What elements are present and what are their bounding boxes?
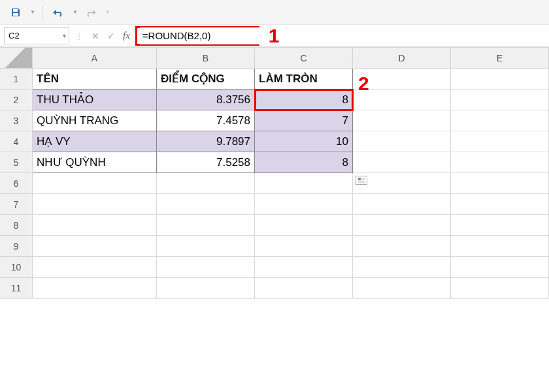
name-box[interactable]: C2	[4, 27, 69, 44]
cell-B7[interactable]	[157, 194, 255, 215]
redo-dropdown-caret[interactable]: ▼	[105, 9, 110, 15]
undo-icon	[52, 8, 64, 17]
col-head-E[interactable]: E	[451, 48, 549, 69]
cell-A8[interactable]	[33, 215, 157, 236]
cell-B9[interactable]	[157, 236, 255, 257]
row-head-11[interactable]: 11	[0, 278, 33, 299]
spreadsheet-grid: A B C D E 1 TÊN ĐIỂM CỘNG LÀM TRÒN 2 THU…	[0, 47, 549, 299]
cell-A5[interactable]: NHƯ QUỲNH	[33, 152, 157, 173]
cell-D9[interactable]	[353, 236, 451, 257]
cell-B3[interactable]: 7.4578	[157, 110, 255, 131]
undo-button[interactable]	[49, 3, 67, 22]
cell-A4[interactable]: HẠ VY	[33, 131, 157, 152]
cell-B2[interactable]: 8.3756	[157, 90, 255, 110]
cell-B6[interactable]	[157, 173, 255, 194]
cell-D6[interactable]	[353, 173, 451, 194]
cell-A2[interactable]: THU THẢO	[33, 90, 157, 110]
row-head-8[interactable]: 8	[0, 215, 33, 236]
annotation-2: 2	[358, 73, 369, 95]
cell-C5[interactable]: 8	[255, 152, 353, 173]
col-head-C[interactable]: C	[255, 48, 353, 69]
cell-E4[interactable]	[451, 131, 549, 152]
cell-E1[interactable]	[451, 69, 549, 90]
row-head-1[interactable]: 1	[0, 69, 33, 90]
cancel-icon[interactable]: ✕	[92, 31, 99, 41]
fx-icon[interactable]: fx	[123, 30, 130, 41]
row-head-5[interactable]: 5	[0, 152, 33, 173]
annotation-1: 1	[269, 25, 280, 47]
formula-highlight-box	[135, 26, 259, 46]
col-head-B[interactable]: B	[157, 48, 255, 69]
cell-C6[interactable]	[255, 173, 353, 194]
cell-A1[interactable]: TÊN	[33, 69, 157, 90]
cell-E9[interactable]	[451, 236, 549, 257]
cell-D8[interactable]	[353, 215, 451, 236]
cell-B8[interactable]	[157, 215, 255, 236]
row-head-10[interactable]: 10	[0, 257, 33, 278]
quick-access-toolbar: ▼ ▼ ▼	[0, 0, 549, 25]
cell-B5[interactable]: 7.5258	[157, 152, 255, 173]
cell-A6[interactable]	[33, 173, 157, 194]
cell-C8[interactable]	[255, 215, 353, 236]
row-head-6[interactable]: 6	[0, 173, 33, 194]
cell-C3[interactable]: 7	[255, 110, 353, 131]
cell-E10[interactable]	[451, 257, 549, 278]
cell-C1[interactable]: LÀM TRÒN	[255, 69, 353, 90]
name-box-value: C2	[8, 31, 20, 41]
cell-B1[interactable]: ĐIỂM CỘNG	[157, 69, 255, 90]
cell-E3[interactable]	[451, 110, 549, 131]
cell-A11[interactable]	[33, 278, 157, 299]
cell-D3[interactable]	[353, 110, 451, 131]
cell-E8[interactable]	[451, 215, 549, 236]
redo-icon	[85, 8, 97, 17]
svg-rect-1	[13, 13, 18, 16]
svg-rect-4	[358, 181, 365, 183]
svg-rect-3	[362, 178, 365, 180]
enter-icon[interactable]: ✓	[107, 31, 115, 41]
cell-A7[interactable]	[33, 194, 157, 215]
cell-E6[interactable]	[451, 173, 549, 194]
qat-customize-caret[interactable]: ▼	[30, 9, 35, 15]
svg-rect-2	[358, 178, 361, 180]
row-head-2[interactable]: 2	[0, 90, 33, 110]
formula-bar-controls: ⋮ ✕ ✓ fx	[75, 30, 130, 41]
save-button[interactable]	[7, 3, 25, 22]
redo-button[interactable]	[82, 3, 100, 22]
separator	[42, 6, 42, 19]
cell-D5[interactable]	[353, 152, 451, 173]
formula-bar: C2 ⋮ ✕ ✓ fx 1	[0, 25, 549, 47]
cell-C7[interactable]	[255, 194, 353, 215]
cell-D10[interactable]	[353, 257, 451, 278]
row-head-4[interactable]: 4	[0, 131, 33, 152]
row-head-9[interactable]: 9	[0, 236, 33, 257]
row-head-3[interactable]: 3	[0, 110, 33, 131]
cell-A9[interactable]	[33, 236, 157, 257]
cell-E5[interactable]	[451, 152, 549, 173]
save-icon	[10, 7, 21, 18]
select-all-corner[interactable]	[0, 48, 33, 69]
cell-B10[interactable]	[157, 257, 255, 278]
cell-D4[interactable]	[353, 131, 451, 152]
cell-E11[interactable]	[451, 278, 549, 299]
formula-input[interactable]	[140, 27, 269, 44]
col-head-A[interactable]: A	[33, 48, 157, 69]
col-head-D[interactable]: D	[353, 48, 451, 69]
cell-A10[interactable]	[33, 257, 157, 278]
cell-C11[interactable]	[255, 278, 353, 299]
cell-C10[interactable]	[255, 257, 353, 278]
cell-A3[interactable]: QUỲNH TRANG	[33, 110, 157, 131]
cell-C2[interactable]: 8	[255, 90, 353, 110]
cell-D7[interactable]	[353, 194, 451, 215]
cell-E7[interactable]	[451, 194, 549, 215]
cell-C9[interactable]	[255, 236, 353, 257]
cell-B11[interactable]	[157, 278, 255, 299]
cell-C4[interactable]: 10	[255, 131, 353, 152]
cell-D11[interactable]	[353, 278, 451, 299]
row-head-7[interactable]: 7	[0, 194, 33, 215]
undo-dropdown-caret[interactable]: ▼	[73, 9, 78, 15]
svg-rect-0	[13, 9, 18, 12]
cell-B4[interactable]: 9.7897	[157, 131, 255, 152]
autofill-options-icon[interactable]	[356, 176, 367, 185]
cell-E2[interactable]	[451, 90, 549, 110]
